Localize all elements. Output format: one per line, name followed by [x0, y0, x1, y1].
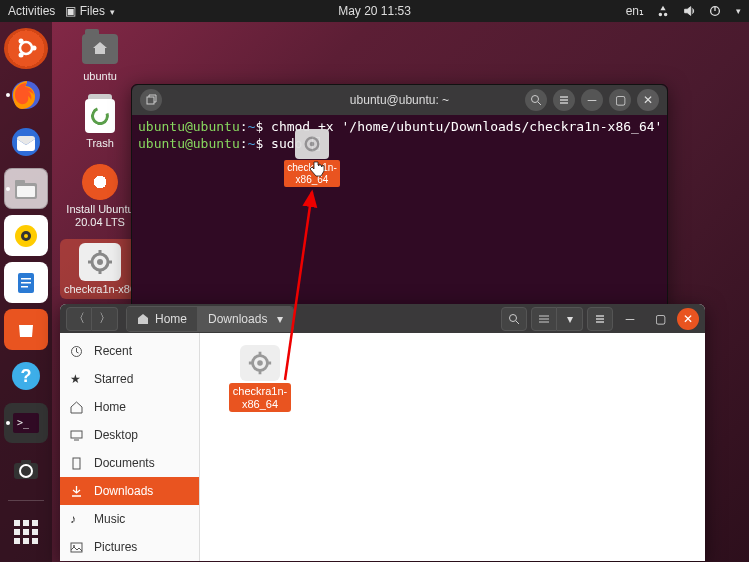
clock[interactable]: May 20 11:53	[338, 4, 411, 18]
new-tab-button[interactable]	[140, 89, 162, 111]
desktop-home-folder[interactable]: ubuntu	[60, 26, 140, 87]
files-close-button[interactable]: ✕	[677, 308, 699, 330]
svg-rect-51	[71, 543, 82, 552]
show-applications[interactable]	[4, 511, 48, 552]
dock-ubuntu-logo[interactable]	[4, 28, 48, 69]
sidebar-label: Starred	[94, 372, 133, 386]
ubuntu-icon	[13, 35, 39, 61]
sidebar-music[interactable]: ♪ Music	[60, 505, 199, 533]
terminal-titlebar[interactable]: ubuntu@ubuntu: ~ ─ ▢ ✕	[132, 85, 667, 115]
terminal-menu-button[interactable]	[553, 89, 575, 111]
close-icon: ✕	[643, 93, 653, 107]
path-bar: Home Downloads ▾	[126, 306, 294, 332]
document-icon	[13, 270, 39, 296]
path-downloads-label: Downloads	[208, 312, 267, 326]
terminal-body[interactable]: ubuntu@ubuntu:~$ chmod +x '/home/ubuntu/…	[132, 115, 667, 157]
dock-thunderbird[interactable]	[4, 122, 48, 163]
files-menu-label: Files	[80, 4, 105, 18]
files-content-area[interactable]: checkra1n- x86_64	[200, 333, 705, 561]
volume-icon[interactable]	[682, 4, 696, 18]
svg-point-39	[510, 314, 517, 321]
help-icon: ?	[9, 359, 43, 393]
dock: ? >_	[0, 22, 52, 562]
input-language[interactable]: en₁	[626, 4, 644, 18]
path-downloads[interactable]: Downloads ▾	[198, 307, 293, 331]
sidebar-documents[interactable]: Documents	[60, 449, 199, 477]
svg-text:>_: >_	[17, 417, 30, 429]
sidebar-starred[interactable]: ★ Starred	[60, 365, 199, 393]
dock-terminal[interactable]: >_	[4, 403, 48, 444]
home-folder-icon	[82, 34, 118, 64]
files-minimize-button[interactable]: ─	[617, 307, 643, 331]
close-button[interactable]: ✕	[637, 89, 659, 111]
sidebar-label: Documents	[94, 456, 155, 470]
desktop-icon	[70, 429, 84, 442]
files-search-button[interactable]	[501, 307, 527, 331]
files-maximize-button[interactable]: ▢	[647, 307, 673, 331]
power-icon[interactable]	[708, 4, 722, 18]
svg-line-33	[538, 102, 541, 105]
dock-firefox[interactable]	[4, 75, 48, 116]
sidebar-pictures[interactable]: Pictures	[60, 533, 199, 561]
maximize-button[interactable]: ▢	[609, 89, 631, 111]
sidebar-home[interactable]: Home	[60, 393, 199, 421]
drag-cursor-icon	[309, 161, 325, 177]
desktop-checkra1n[interactable]: checkra1n-x86	[60, 239, 140, 300]
chevron-down-icon: ▾	[567, 312, 573, 326]
dock-files[interactable]	[4, 168, 48, 209]
sidebar-desktop[interactable]: Desktop	[60, 421, 199, 449]
dock-software[interactable]	[4, 309, 48, 350]
svg-text:?: ?	[21, 366, 32, 386]
svg-line-40	[516, 321, 519, 324]
svg-rect-31	[147, 97, 154, 104]
sidebar-label: Home	[94, 400, 126, 414]
path-home[interactable]: Home	[127, 307, 198, 331]
files-headerbar[interactable]: 〈 〉 Home Downloads ▾ ▾	[60, 304, 705, 333]
sidebar-label: Pictures	[94, 540, 137, 554]
desktop-trash[interactable]: Trash	[60, 93, 140, 154]
folder-icon: ▣	[65, 4, 76, 18]
desktop-checkra1n-label: checkra1n-x86	[64, 283, 136, 296]
desktop-installer[interactable]: Install Ubuntu 20.04 LTS	[60, 159, 140, 232]
thunderbird-icon	[9, 125, 43, 159]
terminal-icon: >_	[13, 413, 39, 433]
files-sidebar: Recent ★ Starred Home Desktop Documents …	[60, 333, 200, 561]
sidebar-recent[interactable]: Recent	[60, 337, 199, 365]
dragged-file-ghost: checkra1n- x86_64	[282, 129, 342, 187]
desktop-trash-label: Trash	[86, 137, 114, 150]
view-options-button[interactable]: ▾	[557, 307, 583, 331]
dock-libreoffice[interactable]	[4, 262, 48, 303]
back-button[interactable]: 〈	[66, 307, 92, 331]
documents-icon	[70, 457, 84, 470]
svg-point-4	[19, 39, 24, 44]
hamburger-icon	[594, 313, 606, 325]
dock-help[interactable]: ?	[4, 356, 48, 397]
file-checkra1n[interactable]: checkra1n- x86_64	[220, 345, 300, 412]
dock-camera[interactable]	[4, 449, 48, 490]
music-icon: ♪	[70, 512, 84, 526]
network-icon[interactable]	[656, 4, 670, 18]
shopping-bag-icon	[15, 318, 37, 340]
activities-button[interactable]: Activities	[8, 4, 55, 18]
home-icon	[137, 313, 149, 325]
terminal-search-button[interactable]	[525, 89, 547, 111]
top-bar: Activities ▣ Files ▾ May 20 11:53 en₁ ▾	[0, 0, 749, 22]
svg-rect-24	[21, 460, 31, 464]
sidebar-downloads[interactable]: Downloads	[60, 477, 199, 505]
svg-point-54	[257, 360, 263, 366]
forward-button[interactable]: 〉	[92, 307, 118, 331]
files-menu[interactable]: ▣ Files ▾	[65, 4, 115, 18]
system-menu-caret-icon[interactable]: ▾	[736, 6, 741, 16]
search-icon	[530, 94, 542, 106]
desktop-icons: ubuntu Trash Install Ubuntu 20.04 LTS ch…	[60, 26, 140, 299]
dock-rhythmbox[interactable]	[4, 215, 48, 256]
term-user: ubuntu@ubuntu	[138, 119, 240, 134]
dock-separator	[8, 500, 44, 501]
sidebar-label: Downloads	[94, 484, 153, 498]
terminal-title: ubuntu@ubuntu: ~	[350, 93, 449, 107]
files-menu-button[interactable]	[587, 307, 613, 331]
term-user: ubuntu@ubuntu	[138, 136, 240, 151]
executable-icon	[79, 243, 121, 281]
minimize-button[interactable]: ─	[581, 89, 603, 111]
list-view-button[interactable]	[531, 307, 557, 331]
